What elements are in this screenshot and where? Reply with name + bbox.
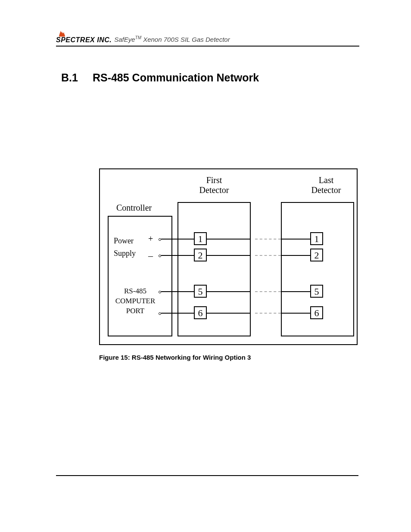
first-detector-box	[177, 202, 251, 336]
label-first-detector: First Detector	[190, 175, 238, 195]
figure-caption: Figure 15: RS-485 Networking for Wiring …	[99, 354, 358, 361]
pin-box: 5	[194, 285, 207, 298]
pin-box: 5	[310, 285, 323, 298]
wire	[281, 291, 310, 292]
section-number: B.1	[61, 72, 78, 84]
wire	[161, 291, 194, 292]
pin-box: 2	[310, 249, 323, 261]
label-rs485-port: RS-485 COMPUTER PORT	[115, 286, 156, 316]
pin-box: 1	[194, 232, 207, 245]
wire	[161, 255, 194, 256]
controller-box: Power Supply + – RS-485 COMPUTER PORT	[108, 216, 172, 336]
label-power-supply: Power Supply	[114, 235, 136, 260]
wire	[207, 313, 251, 314]
wire	[207, 239, 251, 240]
wiring-diagram: First Detector Last Detector Controller …	[99, 168, 358, 345]
pin-box: 6	[194, 306, 207, 319]
footer-rule	[56, 475, 358, 476]
plus-sign: +	[148, 234, 153, 244]
wire-continuation	[255, 239, 281, 240]
wire	[161, 239, 194, 240]
wire	[281, 239, 310, 240]
pin-box: 2	[194, 249, 207, 261]
section-heading: B.1 RS-485 Communication Network	[61, 72, 359, 84]
brand-text: SPECTREX INC.	[56, 36, 112, 44]
brand-logo: SPECTREX INC.	[56, 29, 112, 44]
product-name: SafEyeTM Xenon 700S SIL Gas Detector	[114, 35, 230, 44]
wire	[281, 313, 310, 314]
wire	[281, 255, 310, 256]
wire	[207, 291, 251, 292]
wire-continuation	[255, 291, 281, 292]
wire	[161, 313, 194, 314]
page-header: SPECTREX INC. SafEyeTM Xenon 700S SIL Ga…	[56, 29, 359, 47]
wire	[207, 255, 251, 256]
section-title: RS-485 Communication Network	[93, 72, 259, 84]
wire-continuation	[255, 313, 281, 314]
wire-continuation	[255, 255, 281, 256]
minus-sign: –	[148, 250, 153, 261]
pin-box: 6	[310, 306, 323, 319]
pin-box: 1	[310, 232, 323, 245]
label-controller: Controller	[116, 203, 152, 213]
label-last-detector: Last Detector	[302, 175, 350, 195]
